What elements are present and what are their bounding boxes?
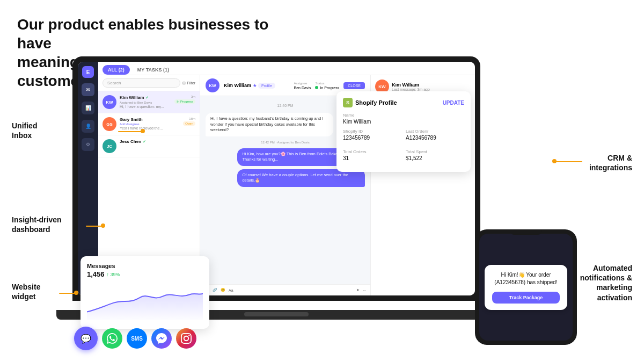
status-dot [315, 86, 318, 89]
status-kim: In Progress [174, 99, 195, 104]
more-icon[interactable]: ··· [363, 288, 366, 292]
track-package-button[interactable]: Track Package [492, 292, 560, 304]
chat-header-info: Kim William ★ Profile [224, 83, 290, 89]
shopify-id-label: Shopify ID [343, 129, 401, 134]
chat-input-bar: 📱 🔗 😊 Aa ➤ ··· [200, 284, 370, 295]
sidebar-icon-contacts[interactable]: 👤 [82, 120, 94, 133]
assignee-label: Assignee [294, 82, 311, 85]
shopify-panel: S Shopify Profile UPDATE Name Kim Willia… [336, 91, 471, 172]
inbox-tabs: ALL (2) MY TASKS (1) [98, 62, 475, 75]
attach-icon[interactable]: 🔗 [213, 288, 217, 292]
last-order-value: A123456789 [406, 135, 464, 141]
messenger-icon[interactable] [151, 328, 172, 349]
conversation-item-jess[interactable]: JC Jess Chen ✓ [98, 135, 200, 157]
instagram-icon[interactable] [176, 328, 196, 349]
line-crm [555, 161, 582, 162]
conv-info-gary: Gary Smith Add Assignee Yes! I have reci… [120, 117, 180, 131]
sms-icon[interactable]: SMS [127, 328, 147, 349]
customer-info: Kim William Last message: 3m ago [392, 82, 430, 91]
name-label: Name [343, 113, 464, 118]
notification-text: Hi Kim!👋 Your order (A12345678) has ship… [492, 271, 560, 286]
conv-meta-gary: 18m Open [183, 117, 195, 131]
shopify-total-spent-field: Total Spent $1,522 [406, 149, 464, 161]
sidebar-icon-dashboard[interactable]: 📊 [82, 102, 94, 114]
tab-all[interactable]: ALL (2) [103, 65, 130, 75]
chat-widget-bubble[interactable]: 💬 [74, 327, 98, 350]
conv-meta-kim: 3m In Progress [174, 95, 195, 109]
conv-info-jess: Jess Chen ✓ [120, 139, 195, 153]
conv-name-jess: Jess Chen ✓ [120, 139, 195, 144]
conv-time-kim: 3m [191, 95, 195, 98]
sidebar-icon-inbox[interactable]: ✉ [82, 83, 94, 96]
search-input[interactable]: Search [103, 78, 180, 88]
conv-preview-gary: Yes! I have recieved the... [120, 126, 180, 130]
dot-insight-dashboard [101, 223, 105, 228]
shopify-total-orders-field: Total Orders 31 [343, 149, 401, 161]
phone-mockup: Hi Kim!👋 Your order (A12345678) has ship… [475, 229, 577, 345]
line-unified-inbox [118, 131, 142, 132]
status-label: Status [315, 82, 339, 85]
notification-card: Hi Kim!👋 Your order (A12345678) has ship… [485, 265, 567, 310]
label-crm: CRM &integrations [589, 153, 632, 172]
chart-trend: ↑ 39% [107, 272, 120, 277]
chat-avatar: KW [206, 78, 219, 92]
total-orders-value: 31 [343, 155, 401, 161]
status-section: Assignee Ben Davis [294, 82, 311, 90]
sidebar-logo: E [82, 66, 94, 78]
total-spent-label: Total Spent [406, 149, 464, 154]
line-chart [87, 283, 203, 320]
close-button[interactable]: CLOSE [343, 82, 365, 89]
conv-name-gary: Gary Smith [120, 117, 180, 122]
line-insight-dashboard [86, 226, 102, 227]
conversation-item-gary[interactable]: GS Gary Smith Add Assignee Yes! I have r… [98, 113, 200, 135]
sidebar-icon-settings[interactable]: ⚙ [82, 138, 94, 151]
conversation-item-kim[interactable]: KW Kim William ✓ Assigned to Ben Davis H… [98, 91, 200, 113]
contact-verified-icon: ★ [253, 83, 257, 88]
website-widget-area: 💬 SMS [74, 327, 196, 350]
aa-icon[interactable]: Aa [229, 288, 353, 292]
shopify-name-field: Name Kim William [343, 113, 464, 125]
add-assignee-gary[interactable]: Add Assignee [120, 122, 180, 126]
status-gary: Open [183, 121, 195, 126]
label-insight-dashboard: Insight-drivendashboard [12, 215, 62, 234]
filter-button[interactable]: ⊟ Filter [182, 81, 195, 85]
customer-last-message: Last message: 3m ago [392, 88, 430, 91]
shopify-last-order-field: Last Order# A123456789 [406, 129, 464, 141]
phone-notch [510, 229, 542, 235]
headline-line1: Our product enables businesses to have [17, 15, 296, 53]
emoji-icon[interactable]: 😊 [221, 288, 225, 292]
status-section-progress: Status In Progress [315, 82, 339, 90]
assignee-value: Ben Davis [294, 86, 311, 90]
shopify-id-field: Shopify ID 123456789 [343, 129, 401, 141]
last-order-label: Last Order# [406, 129, 464, 134]
assign-tag-kim: Assigned to Ben Davis [120, 101, 171, 104]
dashboard-panel: Messages 1,456 ↑ 39% [80, 256, 209, 329]
chart-value-row: 1,456 ↑ 39% [87, 270, 203, 278]
label-automated: Automatednotifications &marketingactivat… [580, 263, 632, 302]
tab-my-tasks[interactable]: MY TASKS (1) [132, 65, 174, 75]
label-website-widget: Websitewidget [12, 282, 40, 301]
total-orders-label: Total Orders [343, 149, 401, 154]
avatar-jess: JC [103, 139, 116, 153]
conv-preview-kim: Hi, I have a question: my... [120, 105, 171, 109]
status-value-section: In Progress [315, 86, 339, 90]
chart-number: 1,456 [87, 270, 105, 278]
whatsapp-icon[interactable] [102, 328, 122, 349]
conv-name-kim: Kim William ✓ [120, 95, 171, 100]
verified-icon-jess: ✓ [143, 140, 146, 144]
chart-title: Messages [87, 263, 203, 269]
line-website-widget [59, 293, 75, 294]
dot-unified-inbox [141, 129, 145, 133]
phone-screen: Hi Kim!👋 Your order (A12345678) has ship… [479, 234, 573, 341]
profile-button[interactable]: Profile [258, 83, 275, 89]
update-button[interactable]: UPDATE [443, 100, 464, 106]
shopify-header: S Shopify Profile UPDATE [343, 98, 464, 107]
search-bar: Search ⊟ Filter [98, 75, 200, 91]
shopify-grid: Shopify ID 123456789 Last Order# A123456… [343, 129, 464, 165]
name-value: Kim William [343, 119, 464, 125]
conv-info-kim: Kim William ✓ Assigned to Ben Davis Hi, … [120, 95, 171, 109]
send-icon[interactable]: ➤ [356, 288, 360, 292]
customer-name: Kim William [392, 82, 430, 88]
message-incoming-1: Hi, I have a question: my husband's birt… [206, 113, 333, 136]
shopify-brand: S Shopify Profile [343, 98, 397, 107]
